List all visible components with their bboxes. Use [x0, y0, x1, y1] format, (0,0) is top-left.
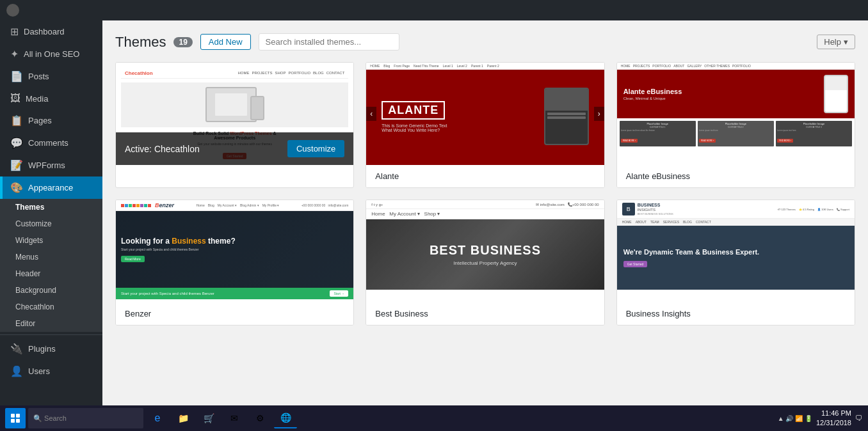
taskbar-store-icon[interactable]: 🛒 [197, 408, 220, 428]
taskbar-search[interactable]: 🔍 Search [28, 408, 143, 428]
theme-card-business-insights[interactable]: B BUSINESS INSIGHTS BEST BUSINESS SOLUTI… [616, 200, 855, 325]
benzer-hero-title: Looking for a Business theme? [121, 237, 236, 246]
benzer-logo-text: Benzer [155, 202, 174, 208]
help-button[interactable]: Help ▾ [817, 35, 855, 49]
bizinsights-hero-title: We're Dynamic Team & Business Expert. [623, 247, 760, 256]
alante-hero: ‹ ALANTE This is Some Generic Demo Text … [366, 70, 604, 163]
sidebar-item-label: Dashboard [24, 27, 65, 36]
sidebar-item-menus[interactable]: Menus [0, 249, 102, 265]
taskbar-left: 🔍 Search e 📁 🛒 ✉ ⚙ 🌐 [5, 408, 297, 428]
bizinsights-theme-name: Business Insights [626, 309, 691, 318]
page-title: Themes [115, 34, 166, 51]
wpforms-icon: 📝 [10, 159, 23, 171]
sidebar-item-wpforms[interactable]: 📝 WPForms [0, 154, 102, 176]
sidebar-item-label: All in One SEO [24, 49, 79, 59]
benzer-footer-bar: Start your project with Specia and child… [116, 288, 353, 299]
theme-card-checathlon[interactable]: Checathlon HOMEPROJECTSSHOPPORTFOLIOBLOG… [115, 62, 354, 188]
benzer-hero: Looking for a Business theme? Start your… [116, 211, 353, 288]
theme-screenshot-best-business: f t y g+ ✉ info@site.com 📞+00 000 000 00… [366, 200, 604, 302]
themes-grid: Checathlon HOMEPROJECTSSHOPPORTFOLIOBLOG… [115, 62, 855, 325]
alante-next-arrow[interactable]: › [594, 107, 604, 121]
windows-start-button[interactable] [5, 408, 26, 428]
taskbar-notifications[interactable]: 🗨 [855, 414, 863, 423]
theme-screenshot-alante: HOMEBlogFront PageNeed This ThemeLevel 1… [366, 63, 604, 165]
alante-hero-text: ALANTE This is Some Generic Demo Text Wh… [382, 101, 447, 132]
taskbar-settings-icon[interactable]: ⚙ [248, 408, 271, 428]
sidebar-item-users[interactable]: 👤 Users [0, 360, 102, 382]
benzer-logo-area: Benzer [121, 202, 174, 208]
alante-ebiz-hero: Alante eBusiness Clean, Minimal & Unique [617, 70, 855, 118]
theme-screenshot-business-insights: B BUSINESS INSIGHTS BEST BUSINESS SOLUTI… [617, 200, 855, 302]
checathlon-laptop [205, 87, 257, 122]
benzer-logo-squares [121, 204, 151, 207]
sidebar-item-label: Comments [28, 138, 68, 148]
bizinsights-logo-text: BUSINESS INSIGHTS BEST BUSINESS SOLUTION… [638, 203, 673, 215]
sidebar-item-comments[interactable]: 💬 Comments [0, 132, 102, 154]
bestbiz-header: f t y g+ ✉ info@site.com 📞+00 000 000 00 [366, 200, 604, 209]
page-header-left: Themes 19 Add New [115, 33, 399, 51]
taskbar-file-explorer-icon[interactable]: 📁 [172, 408, 195, 428]
taskbar-date: 12/31/2018 [816, 418, 851, 428]
sidebar-item-widgets[interactable]: Widgets [0, 232, 102, 249]
bizinsights-stats: 🏷 123 Themes ⭐ 4.5 Rating 👤 10K Users 📞 … [778, 208, 849, 211]
sidebar-item-background[interactable]: Background [0, 282, 102, 299]
bestbiz-nav-items: Home My Account ▾ Shop ▾ [371, 211, 440, 217]
benzer-hero-content: Looking for a Business theme? Start your… [121, 237, 236, 263]
bestbiz-topbar-right: ✉ info@site.com 📞+00 000 000 00 [536, 202, 599, 207]
bestbiz-topbar-left: f t y g+ [371, 203, 383, 207]
alante-ebiz-cards: Placeholder Image CUSTOM TITLE 1 Lorem i… [617, 118, 855, 149]
sidebar-item-plugins[interactable]: 🔌 Plugins [0, 338, 102, 360]
page-header: Themes 19 Add New Help ▾ [115, 33, 855, 51]
sidebar-separator [0, 334, 102, 335]
bestbiz-hero-content: BEST BUSINESS Intellectual Property Agen… [430, 243, 541, 266]
taskbar-time: 11:46 PM 12/31/2018 [816, 409, 851, 428]
taskbar-chrome-icon[interactable]: 🌐 [274, 408, 297, 428]
checathlon-phone [250, 96, 264, 120]
alante-ebiz-topnav: HOMEPROJECTSPORTFOLIOABOUTGALLERYOTHER T… [617, 63, 855, 70]
bizinsights-hero: We're Dynamic Team & Business Expert. Ge… [617, 226, 855, 290]
sidebar: ⊞ Dashboard ✦ All in One SEO 📄 Posts 🖼 M… [0, 20, 102, 405]
sidebar-item-editor[interactable]: Editor [0, 315, 102, 332]
alante-prev-arrow[interactable]: ‹ [366, 107, 376, 121]
sidebar-item-customize[interactable]: Customize [0, 216, 102, 232]
search-input[interactable] [259, 33, 399, 51]
taskbar-system-icons: ▲ 🔊 📶 🔋 [778, 415, 812, 422]
add-new-button[interactable]: Add New [200, 34, 251, 50]
alante-ebiz-card-2: Placeholder Image CUSTOM TITLE 2 Lorem i… [698, 121, 774, 146]
benzer-theme-name: Benzer [125, 309, 151, 318]
sidebar-item-header[interactable]: Header [0, 265, 102, 282]
sidebar-item-pages[interactable]: 📋 Pages [0, 109, 102, 132]
bizinsights-logo-icon: B [622, 203, 635, 216]
bizinsights-nav: HOMEABOUTTEAMSERVICESBLOGCONTACT [617, 219, 855, 226]
bestbiz-sub: Intellectual Property Agency [430, 260, 541, 266]
sidebar-item-label: Pages [28, 116, 52, 125]
bizinsights-logo: B BUSINESS INSIGHTS BEST BUSINESS SOLUTI… [622, 203, 673, 216]
sidebar-item-posts[interactable]: 📄 Posts [0, 65, 102, 88]
theme-card-benzer[interactable]: Benzer HomeBlogMy Account ▾Blog Admin ▾M… [115, 200, 354, 325]
sidebar-item-media[interactable]: 🖼 Media [0, 88, 102, 109]
sidebar-item-label: Media [26, 94, 48, 104]
alante-dots [366, 163, 604, 165]
sidebar-item-all-in-one-seo[interactable]: ✦ All in One SEO [0, 43, 102, 65]
benzer-cta: Read More [121, 256, 145, 262]
sidebar-item-label: Posts [28, 72, 49, 81]
sidebar-item-appearance[interactable]: 🎨 Appearance [0, 176, 102, 199]
taskbar-mail-icon[interactable]: ✉ [223, 408, 246, 428]
sidebar-item-dashboard[interactable]: ⊞ Dashboard [0, 20, 102, 43]
theme-card-best-business[interactable]: f t y g+ ✉ info@site.com 📞+00 000 000 00… [366, 200, 604, 325]
benzer-nav: HomeBlogMy Account ▾Blog Admin ▾My Profi… [196, 203, 279, 207]
theme-card-alante-ebusiness[interactable]: HOMEPROJECTSPORTFOLIOABOUTGALLERYOTHER T… [616, 62, 855, 188]
seo-icon: ✦ [10, 48, 19, 60]
bestbiz-footer: Best Business [366, 302, 604, 325]
checathlon-hero [121, 82, 348, 127]
taskbar-ie-icon[interactable]: e [146, 408, 169, 428]
bestbiz-title: BEST BUSINESS [430, 243, 541, 258]
sidebar-item-themes[interactable]: Themes [0, 199, 102, 216]
bestbiz-nav: Home My Account ▾ Shop ▾ [366, 209, 604, 219]
sidebar-item-checathlon[interactable]: Checathlon [0, 299, 102, 315]
theme-card-alante[interactable]: HOMEBlogFront PageNeed This ThemeLevel 1… [366, 62, 604, 188]
alante-ebiz-hero-text: Alante eBusiness Clean, Minimal & Unique [623, 88, 682, 100]
bizinsights-cta: Get Started [623, 261, 648, 267]
alante-ebiz-card-1: Placeholder Image CUSTOM TITLE 1 Lorem i… [620, 121, 696, 146]
customize-button[interactable]: Customize [287, 140, 344, 157]
